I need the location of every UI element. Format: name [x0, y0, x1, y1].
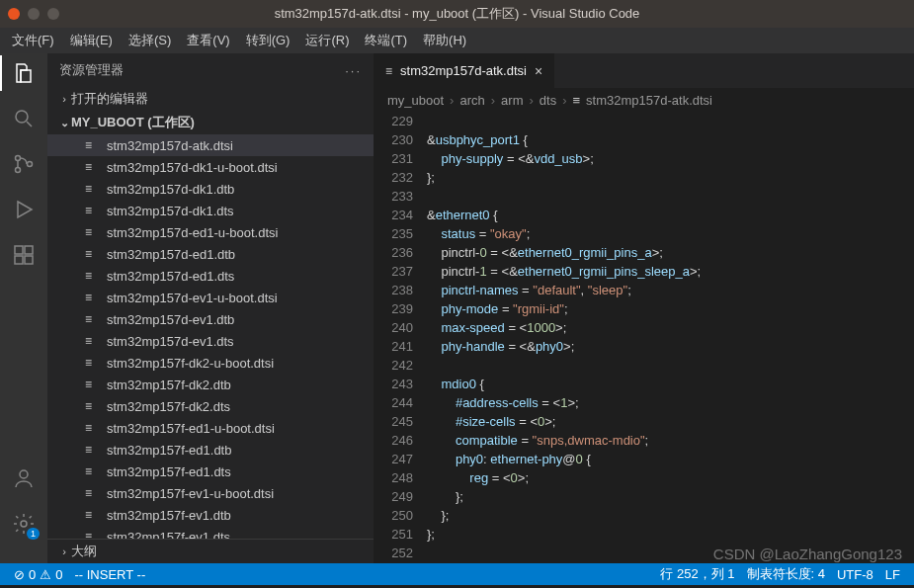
file-icon: ≡ — [85, 421, 103, 435]
minimap[interactable] — [892, 112, 914, 563]
menu-help[interactable]: 帮助(H) — [415, 32, 474, 49]
code-content[interactable]: &usbphyc_port1 { phy-supply = <&vdd_usb>… — [427, 112, 892, 563]
file-name: stm32mp157f-ed1.dts — [107, 464, 231, 479]
source-control-icon[interactable] — [12, 152, 36, 176]
sidebar-more-icon[interactable]: ··· — [345, 63, 362, 78]
window-controls[interactable] — [8, 8, 59, 20]
file-item[interactable]: ≡stm32mp157d-dk1-u-boot.dtsi — [47, 156, 374, 178]
file-name: stm32mp157d-ed1-u-boot.dtsi — [107, 225, 278, 240]
explorer-icon[interactable] — [12, 61, 36, 85]
maximize-window-icon[interactable] — [47, 8, 59, 20]
window-title: stm32mp157d-atk.dtsi - my_uboot (工作区) - … — [275, 5, 640, 23]
file-item[interactable]: ≡stm32mp157d-ed1.dtb — [47, 243, 374, 265]
extensions-icon[interactable] — [12, 243, 36, 267]
activity-bar: 1 — [0, 53, 47, 563]
sidebar-explorer: 资源管理器 ··· › 打开的编辑器 ⌄ MY_UBOOT (工作区) ≡stm… — [47, 53, 374, 563]
file-name: stm32mp157f-ev1.dts — [107, 530, 230, 540]
file-icon: ≡ — [85, 399, 103, 413]
file-list[interactable]: ≡stm32mp157d-atk.dtsi≡stm32mp157d-dk1-u-… — [47, 134, 374, 539]
status-eol[interactable]: LF — [879, 567, 906, 582]
menu-run[interactable]: 运行(R) — [297, 32, 357, 49]
svg-point-8 — [20, 470, 28, 478]
menu-edit[interactable]: 编辑(E) — [62, 32, 121, 49]
file-item[interactable]: ≡stm32mp157f-dk2.dtb — [47, 374, 374, 395]
file-icon: ≡ — [85, 204, 103, 217]
breadcrumb-item[interactable]: arch — [459, 93, 484, 108]
tab-active[interactable]: ≡ stm32mp157d-atk.dtsi × — [374, 53, 555, 88]
file-icon: ≡ — [85, 269, 103, 283]
file-name: stm32mp157f-dk2.dts — [107, 399, 230, 414]
file-item[interactable]: ≡stm32mp157d-ed1-u-boot.dtsi — [47, 221, 374, 243]
minimize-window-icon[interactable] — [28, 8, 40, 20]
file-name: stm32mp157f-ev1-u-boot.dtsi — [107, 486, 274, 501]
svg-point-3 — [28, 162, 33, 167]
file-icon: ≡ — [85, 291, 103, 304]
file-item[interactable]: ≡stm32mp157f-dk2-u-boot.dtsi — [47, 352, 374, 374]
file-name: stm32mp157d-ed1.dts — [107, 269, 234, 284]
account-icon[interactable] — [12, 466, 36, 490]
file-item[interactable]: ≡stm32mp157d-ev1.dtb — [47, 308, 374, 330]
window-titlebar: stm32mp157d-atk.dtsi - my_uboot (工作区) - … — [0, 0, 914, 28]
file-item[interactable]: ≡stm32mp157d-dk1.dtb — [47, 178, 374, 200]
file-item[interactable]: ≡stm32mp157f-ed1.dts — [47, 461, 374, 482]
close-tab-icon[interactable]: × — [535, 63, 542, 79]
svg-point-1 — [16, 156, 21, 161]
file-icon: ≡ — [85, 160, 103, 174]
workspace-label: MY_UBOOT (工作区) — [71, 114, 195, 131]
svg-rect-4 — [15, 246, 23, 254]
file-name: stm32mp157f-dk2.dtb — [107, 378, 231, 392]
status-errors[interactable]: ⊘ 0 ⚠ 0 — [8, 567, 68, 582]
file-name: stm32mp157f-ev1.dtb — [107, 508, 231, 523]
file-name: stm32mp157d-dk1.dts — [107, 204, 234, 218]
file-item[interactable]: ≡stm32mp157f-dk2.dts — [47, 395, 374, 417]
file-name: stm32mp157d-ed1.dtb — [107, 247, 235, 262]
search-icon[interactable] — [12, 107, 36, 130]
svg-point-0 — [16, 111, 28, 123]
file-name: stm32mp157f-ed1-u-boot.dtsi — [107, 421, 275, 436]
file-name: stm32mp157d-ev1.dtb — [107, 312, 234, 327]
file-icon: ≡ — [85, 464, 103, 478]
breadcrumb-item[interactable]: arm — [501, 93, 523, 108]
file-icon: ≡ — [85, 182, 103, 196]
code-editor[interactable]: 2292302312322332342352362372382392402412… — [374, 112, 914, 563]
status-cursor-pos[interactable]: 行 252，列 1 — [654, 565, 740, 583]
settings-gear-icon[interactable]: 1 — [12, 512, 36, 536]
workspace-header[interactable]: ⌄ MY_UBOOT (工作区) — [47, 111, 374, 134]
file-item[interactable]: ≡stm32mp157f-ev1.dts — [47, 526, 374, 539]
file-item[interactable]: ≡stm32mp157d-ev1.dts — [47, 330, 374, 352]
outline-header[interactable]: › 大纲 — [47, 539, 374, 563]
breadcrumb-item[interactable]: my_uboot — [387, 93, 444, 108]
file-item[interactable]: ≡stm32mp157f-ev1-u-boot.dtsi — [47, 482, 374, 504]
file-icon: ≡ — [85, 334, 103, 348]
breadcrumb-item[interactable]: stm32mp157d-atk.dtsi — [586, 93, 712, 108]
chevron-right-icon: › — [57, 93, 71, 105]
file-icon: ≡ — [85, 356, 103, 370]
status-encoding[interactable]: UTF-8 — [831, 567, 879, 582]
menu-view[interactable]: 查看(V) — [179, 32, 237, 49]
breadcrumb-item[interactable]: dts — [540, 93, 556, 108]
file-item[interactable]: ≡stm32mp157f-ed1.dtb — [47, 439, 374, 461]
file-item[interactable]: ≡stm32mp157f-ev1.dtb — [47, 504, 374, 526]
status-vim-mode: -- INSERT -- — [68, 567, 151, 582]
file-icon: ≡ — [85, 247, 103, 261]
file-item[interactable]: ≡stm32mp157d-atk.dtsi — [47, 134, 374, 156]
menu-go[interactable]: 转到(G) — [238, 32, 298, 49]
outline-label: 大纲 — [71, 543, 97, 560]
close-window-icon[interactable] — [8, 8, 20, 20]
file-item[interactable]: ≡stm32mp157d-ed1.dts — [47, 265, 374, 287]
breadcrumb[interactable]: my_uboot› arch› arm› dts› ≡ stm32mp157d-… — [374, 88, 914, 112]
menu-selection[interactable]: 选择(S) — [121, 32, 179, 49]
file-icon: ≡ — [85, 225, 103, 239]
file-item[interactable]: ≡stm32mp157f-ed1-u-boot.dtsi — [47, 417, 374, 439]
editor-area: ≡ stm32mp157d-atk.dtsi × my_uboot› arch›… — [374, 53, 914, 563]
file-item[interactable]: ≡stm32mp157d-ev1-u-boot.dtsi — [47, 287, 374, 308]
file-item[interactable]: ≡stm32mp157d-dk1.dts — [47, 200, 374, 221]
menu-terminal[interactable]: 终端(T) — [357, 32, 415, 49]
file-name: stm32mp157d-dk1.dtb — [107, 182, 234, 197]
open-editors-header[interactable]: › 打开的编辑器 — [47, 87, 374, 111]
status-indent[interactable]: 制表符长度: 4 — [741, 565, 831, 583]
file-icon: ≡ — [85, 508, 103, 522]
run-debug-icon[interactable] — [12, 198, 36, 221]
menu-file[interactable]: 文件(F) — [4, 32, 62, 49]
editor-tabs: ≡ stm32mp157d-atk.dtsi × — [374, 53, 914, 88]
